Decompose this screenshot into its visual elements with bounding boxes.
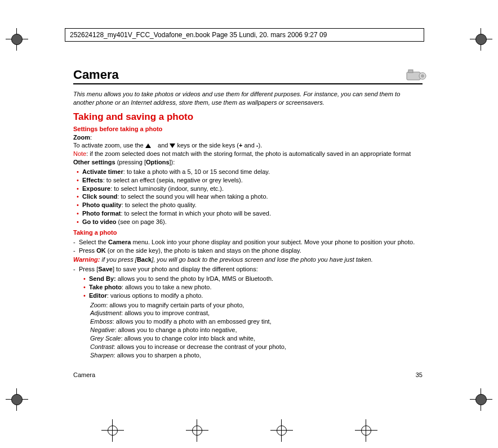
svg-rect-0	[407, 72, 420, 80]
taking-step: Select the Camera menu. Look into your p…	[80, 238, 423, 247]
save-option: Send By: allows you to send the photo by…	[90, 275, 423, 283]
camera-icon	[406, 69, 428, 84]
svg-rect-3	[408, 70, 413, 73]
crop-mark	[6, 388, 28, 411]
page-number: 35	[416, 371, 423, 378]
crop-mark	[470, 28, 492, 51]
setting-item: Photo format: to select the format in wh…	[83, 209, 423, 218]
settings-list: Activate timer: to take a photo with a 5…	[73, 168, 423, 226]
editor-option: Sharpen: allows you to sharpen a photo,	[90, 351, 423, 360]
save-option: Take photo: allows you to take a new pho…	[90, 283, 423, 292]
editor-option: Grey Scale: allows you to change color i…	[90, 334, 423, 343]
zoom-label: Zoom:	[73, 133, 423, 142]
editor-option: Negative: allows you to change a photo i…	[90, 326, 423, 334]
taking-subhead: Taking a photo	[73, 229, 423, 237]
editor-option: Emboss: allows you to modify a photo wit…	[90, 317, 423, 326]
up-key-icon	[145, 144, 151, 148]
taking-step: Press OK (or on the side key), the photo…	[80, 247, 423, 255]
setting-item: Go to video (see on page 36).	[83, 218, 423, 226]
bottom-crop-marks	[0, 419, 498, 442]
editor-option: Contrast: allows you to increase or decr…	[90, 343, 423, 351]
editor-option: Adjustment: allows you to improve contra…	[90, 309, 423, 317]
page-title: Camera	[73, 68, 423, 84]
setting-item: Photo quality: to select the photo quali…	[83, 201, 423, 209]
page-footer: Camera 35	[73, 371, 423, 378]
down-key-icon	[170, 144, 175, 148]
settings-subhead: Settings before taking a photo	[73, 125, 423, 133]
save-options: Send By: allows you to send the photo by…	[73, 275, 423, 300]
setting-item: Effects: to select an effect (sepia, neg…	[83, 176, 423, 185]
setting-item: Click sound: to select the sound you wil…	[83, 192, 423, 201]
print-header: 252624128_my401V_FCC_Vodafone_en.book Pa…	[65, 28, 424, 42]
svg-point-2	[421, 74, 424, 78]
zoom-instructions: To activate zoom, use the and keys or th…	[73, 141, 423, 150]
setting-item: Exposure: to select luminosity (indoor, …	[83, 185, 423, 193]
save-option: Editor: various options to modify a phot…	[90, 292, 423, 300]
setting-item: Activate timer: to take a photo with a 5…	[83, 168, 423, 176]
other-settings-line: Other settings (pressing [Options]):	[73, 158, 423, 167]
editor-options: Zoom: allows you to magnify certain part…	[73, 301, 423, 360]
save-step: Press [Save] to save your photo and disp…	[73, 265, 423, 274]
crop-mark	[6, 28, 28, 51]
warning-line: Warning: if you press [Back], you will g…	[73, 256, 423, 264]
section-heading: Taking and saving a photo	[73, 111, 423, 123]
taking-steps: Select the Camera menu. Look into your p…	[73, 238, 423, 255]
editor-option: Zoom: allows you to magnify certain part…	[90, 301, 423, 310]
note-line: Note: if the zoom selected does not matc…	[73, 150, 423, 158]
intro-text: This menu allows you to take photos or v…	[73, 90, 423, 107]
footer-label: Camera	[73, 371, 95, 378]
crop-mark	[470, 388, 492, 411]
